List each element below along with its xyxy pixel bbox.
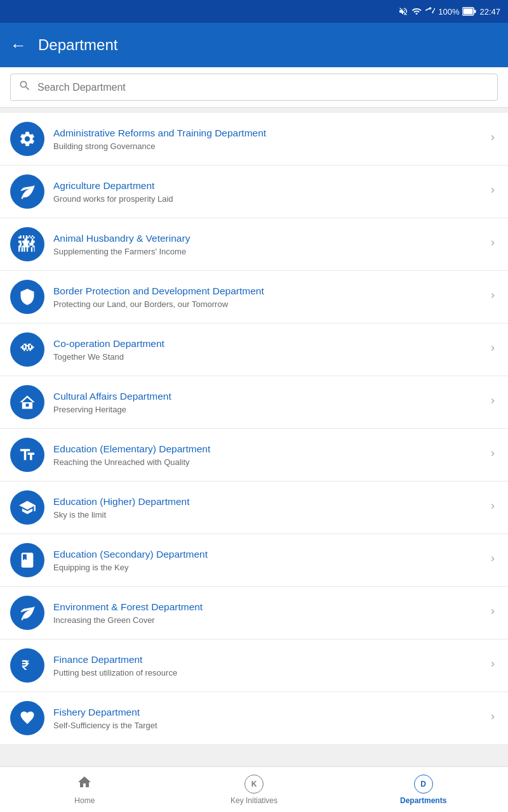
dept-icon-6 bbox=[10, 385, 44, 419]
home-nav-label: Home bbox=[74, 796, 95, 805]
battery-icon bbox=[462, 7, 476, 16]
dept-subtitle-2: Ground works for prosperity Laid bbox=[53, 194, 479, 204]
department-list-item[interactable]: Finance Department Putting best utilizat… bbox=[0, 639, 508, 692]
dept-text-8: Education (Higher) Department Sky is the… bbox=[53, 495, 479, 520]
dept-text-11: Finance Department Putting best utilizat… bbox=[53, 653, 479, 678]
dept-icon-4 bbox=[10, 280, 44, 314]
dept-chevron-8 bbox=[488, 501, 498, 514]
search-box[interactable] bbox=[10, 74, 498, 101]
dept-subtitle-5: Together We Stand bbox=[53, 352, 479, 362]
nav-item-departments[interactable]: D Departments bbox=[338, 767, 508, 812]
status-bar: 100% 22:47 bbox=[0, 0, 508, 23]
dept-icon-12 bbox=[10, 701, 44, 735]
dept-subtitle-1: Building strong Governance bbox=[53, 141, 479, 151]
back-button[interactable]: ← bbox=[10, 36, 27, 55]
dept-name-11: Finance Department bbox=[53, 653, 479, 666]
key-initiatives-icon: K bbox=[244, 775, 264, 794]
dept-chevron-5 bbox=[488, 343, 498, 357]
department-list-item[interactable]: Education (Elementary) Department Reachi… bbox=[0, 429, 508, 481]
dept-icon-1 bbox=[10, 122, 44, 156]
dept-text-10: Environment & Forest Department Increasi… bbox=[53, 601, 479, 625]
page-title: Department bbox=[38, 36, 117, 54]
dept-subtitle-3: Supplementing the Farmers' Income bbox=[53, 247, 479, 256]
dept-name-5: Co-operation Department bbox=[53, 337, 479, 350]
dept-icon-10 bbox=[10, 596, 44, 630]
search-icon bbox=[18, 79, 31, 95]
dept-subtitle-10: Increasing the Green Cover bbox=[53, 615, 479, 625]
dept-text-7: Education (Elementary) Department Reachi… bbox=[53, 443, 479, 467]
svg-rect-1 bbox=[464, 9, 473, 15]
dept-chevron-7 bbox=[488, 449, 498, 462]
dept-text-3: Animal Husbandry & Veterinary Supplement… bbox=[53, 232, 479, 256]
home-icon bbox=[77, 775, 92, 794]
department-list-item[interactable]: Animal Husbandry & Veterinary Supplement… bbox=[0, 218, 508, 271]
departments-nav-label: Departments bbox=[400, 796, 446, 805]
dept-subtitle-4: Protecting our Land, our Borders, our To… bbox=[53, 299, 479, 309]
nav-item-key-initiatives[interactable]: K Key Initiatives bbox=[170, 767, 339, 812]
dept-name-4: Border Protection and Development Depart… bbox=[53, 285, 479, 298]
dept-icon-3 bbox=[10, 227, 44, 261]
dept-name-12: Fishery Department bbox=[53, 706, 479, 719]
dept-icon-11 bbox=[10, 648, 44, 683]
dept-name-7: Education (Elementary) Department bbox=[53, 443, 479, 455]
dept-chevron-3 bbox=[488, 238, 498, 251]
dept-text-5: Co-operation Department Together We Stan… bbox=[53, 337, 479, 362]
dept-subtitle-9: Equipping is the Key bbox=[53, 563, 479, 572]
department-list-item[interactable]: Education (Higher) Department Sky is the… bbox=[0, 481, 508, 534]
svg-rect-2 bbox=[474, 10, 476, 13]
dept-subtitle-7: Reaching the Unreached with Quality bbox=[53, 457, 479, 467]
department-list-item[interactable]: Fishery Department Self-Sufficiency is t… bbox=[0, 692, 508, 744]
dept-name-6: Cultural Affairs Department bbox=[53, 390, 479, 403]
department-list-item[interactable]: Co-operation Department Together We Stan… bbox=[0, 324, 508, 376]
dept-text-1: Administrative Reforms and Training Depa… bbox=[53, 127, 479, 151]
dept-text-4: Border Protection and Development Depart… bbox=[53, 285, 479, 309]
dept-chevron-12 bbox=[488, 712, 498, 725]
bottom-navigation: Home K Key Initiatives D Departments bbox=[0, 766, 508, 812]
department-list-item[interactable]: Environment & Forest Department Increasi… bbox=[0, 587, 508, 639]
dept-icon-9 bbox=[10, 543, 44, 577]
dept-chevron-4 bbox=[488, 291, 498, 304]
department-list-item[interactable]: Agriculture Department Ground works for … bbox=[0, 166, 508, 218]
department-list: Administrative Reforms and Training Depa… bbox=[0, 113, 508, 744]
dept-chevron-6 bbox=[488, 396, 498, 409]
status-icons: 100% 22:47 bbox=[398, 6, 500, 16]
signal-icon bbox=[425, 6, 435, 16]
dept-icon-5 bbox=[10, 332, 44, 367]
department-list-item[interactable]: Education (Secondary) Department Equippi… bbox=[0, 534, 508, 587]
dept-chevron-1 bbox=[488, 133, 498, 146]
dept-icon-2 bbox=[10, 174, 44, 209]
dept-text-6: Cultural Affairs Department Preserving H… bbox=[53, 390, 479, 414]
dept-subtitle-8: Sky is the limit bbox=[53, 510, 479, 520]
wifi-icon bbox=[411, 6, 422, 16]
dept-chevron-2 bbox=[488, 185, 498, 199]
department-list-container: Administrative Reforms and Training Depa… bbox=[0, 113, 508, 795]
nav-item-home[interactable]: Home bbox=[0, 767, 170, 812]
dept-name-2: Agriculture Department bbox=[53, 180, 479, 192]
dept-subtitle-12: Self-Sufficiency is the Target bbox=[53, 721, 479, 730]
app-header: ← Department bbox=[0, 23, 508, 67]
dept-subtitle-11: Putting best utilization of resource bbox=[53, 668, 479, 678]
time-display: 22:47 bbox=[479, 7, 500, 16]
dept-text-12: Fishery Department Self-Sufficiency is t… bbox=[53, 706, 479, 730]
search-container bbox=[0, 67, 508, 108]
dept-name-3: Animal Husbandry & Veterinary bbox=[53, 232, 479, 245]
dept-name-9: Education (Secondary) Department bbox=[53, 548, 479, 561]
dept-name-10: Environment & Forest Department bbox=[53, 601, 479, 613]
department-list-item[interactable]: Border Protection and Development Depart… bbox=[0, 271, 508, 324]
key-initiatives-nav-label: Key Initiatives bbox=[231, 796, 277, 805]
dept-chevron-10 bbox=[488, 606, 498, 620]
dept-name-8: Education (Higher) Department bbox=[53, 495, 479, 508]
department-list-item[interactable]: Cultural Affairs Department Preserving H… bbox=[0, 376, 508, 429]
departments-icon: D bbox=[414, 775, 433, 794]
dept-icon-7 bbox=[10, 438, 44, 472]
dept-text-2: Agriculture Department Ground works for … bbox=[53, 180, 479, 204]
department-list-item[interactable]: Administrative Reforms and Training Depa… bbox=[0, 113, 508, 166]
dept-chevron-11 bbox=[488, 659, 498, 672]
search-input[interactable] bbox=[37, 82, 490, 93]
dept-text-9: Education (Secondary) Department Equippi… bbox=[53, 548, 479, 572]
mute-icon bbox=[398, 6, 408, 16]
battery-text: 100% bbox=[438, 7, 459, 16]
dept-chevron-9 bbox=[488, 554, 498, 567]
dept-subtitle-6: Preserving Heritage bbox=[53, 405, 479, 414]
dept-name-1: Administrative Reforms and Training Depa… bbox=[53, 127, 479, 140]
